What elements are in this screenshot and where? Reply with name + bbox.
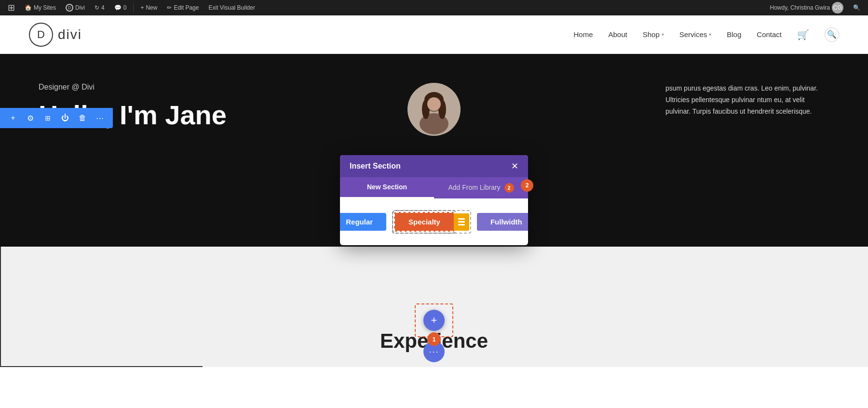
add-section-button[interactable]: + xyxy=(423,310,445,331)
admin-bar: ⊞ 🏠 My Sites D Divi ↻ 4 💬 0 + New ✏ Edit… xyxy=(0,0,868,15)
specialty-wrapper: Specialty xyxy=(392,210,471,234)
updates-count: 4 xyxy=(101,4,105,11)
howdy-item[interactable]: Howdy, Christina Gwira CG xyxy=(766,0,847,15)
tab-new-section[interactable]: New Section xyxy=(340,177,434,198)
wp-logo-item[interactable]: ⊞ xyxy=(4,0,19,15)
exit-vb-label: Exit Visual Builder xyxy=(208,4,255,11)
admin-bar-right: Howdy, Christina Gwira CG 🔍 xyxy=(766,0,864,15)
comments-item[interactable]: 💬 0 xyxy=(110,0,131,15)
more-icon-toolbar: ⋯ xyxy=(96,114,104,123)
experience-line xyxy=(0,247,203,367)
library-badge: 2 xyxy=(504,183,514,193)
plus-icon-add: + xyxy=(431,314,437,327)
user-avatar: CG xyxy=(832,2,843,13)
add-module-button[interactable]: + xyxy=(6,111,20,125)
pencil-icon: ✏ xyxy=(167,4,172,11)
new-section-tab-label: New Section xyxy=(367,183,407,191)
search-item[interactable]: 🔍 xyxy=(849,0,864,15)
new-item[interactable]: + New xyxy=(136,0,161,15)
edit-page-label: Edit Page xyxy=(174,4,199,11)
comments-count: 0 xyxy=(123,4,127,11)
add-from-library-tab-label: Add From Library xyxy=(448,184,500,191)
nav-shop-label: Shop xyxy=(643,30,660,39)
search-icon-nav[interactable]: 🔍 xyxy=(825,27,839,42)
nav-contact[interactable]: Contact xyxy=(757,30,782,39)
specialty-icon xyxy=(454,213,469,231)
logo-circle: D xyxy=(29,23,53,47)
comments-icon: 💬 xyxy=(114,4,122,11)
nav-home-label: Home xyxy=(573,30,593,39)
three-dots-icon: ··· xyxy=(429,347,439,356)
close-button[interactable]: ✕ xyxy=(511,162,518,171)
nav-shop[interactable]: Shop ▾ xyxy=(643,30,664,39)
specialty-section-button[interactable]: Specialty xyxy=(394,212,455,232)
nav-home[interactable]: Home xyxy=(573,30,593,39)
hero-avatar xyxy=(407,83,461,136)
chevron-down-icon: ▾ xyxy=(662,32,664,37)
tab-add-from-library[interactable]: Add From Library 2 xyxy=(434,177,528,198)
my-sites-item[interactable]: 🏠 My Sites xyxy=(21,0,60,15)
sites-icon: 🏠 xyxy=(25,4,32,11)
nav-services-label: Services xyxy=(679,30,707,39)
nav-about-label: About xyxy=(608,30,627,39)
search-icon: 🔍 xyxy=(853,4,860,11)
hero-paragraph: psum purus egestas diam cras. Leo enim, … xyxy=(665,83,829,117)
logo-letter: D xyxy=(37,28,45,41)
divi-item[interactable]: D Divi xyxy=(62,0,89,15)
exit-vb-item[interactable]: Exit Visual Builder xyxy=(204,0,259,15)
divi-logo-icon: D xyxy=(66,4,73,12)
nav-blog-label: Blog xyxy=(727,30,741,39)
layout-button[interactable]: ⊞ xyxy=(41,111,55,125)
nav-contact-label: Contact xyxy=(757,30,782,39)
chevron-down-icon-2: ▾ xyxy=(709,32,711,37)
logo-text: divi xyxy=(58,27,82,42)
plus-icon-toolbar: + xyxy=(11,114,15,122)
wp-icon: ⊞ xyxy=(8,2,15,13)
site-logo[interactable]: D divi xyxy=(29,23,82,47)
fullwidth-section-button[interactable]: Fullwidth xyxy=(477,213,528,231)
icon-bar-1 xyxy=(458,218,465,220)
below-hero-section: Experience + 1 ··· xyxy=(0,247,868,367)
delete-button[interactable]: 🗑 xyxy=(75,111,90,125)
new-label: New xyxy=(146,4,157,11)
nav-about[interactable]: About xyxy=(608,30,627,39)
nav-blog[interactable]: Blog xyxy=(727,30,741,39)
site-nav: Home About Shop ▾ Services ▾ Blog Contac… xyxy=(573,27,839,42)
main-wrapper: D divi Home About Shop ▾ Services ▾ Blog xyxy=(0,15,868,367)
modal-body: Regular Specialty Fullwidth xyxy=(340,198,528,245)
modal-tabs: New Section Add From Library 2 xyxy=(340,177,528,198)
edit-page-item[interactable]: ✏ Edit Page xyxy=(163,0,203,15)
nav-services[interactable]: Services ▾ xyxy=(679,30,712,39)
page-content: + ⚙ ⊞ ⏻ 🗑 ⋯ Designer @ Divi Hello, I'm J… xyxy=(0,54,868,367)
badge-1: 1 xyxy=(427,332,441,346)
badge-2: 2 xyxy=(521,179,533,192)
howdy-label: Howdy, Christina Gwira xyxy=(770,4,830,11)
updates-item[interactable]: ↻ 4 xyxy=(91,0,108,15)
power-button[interactable]: ⏻ xyxy=(58,111,72,125)
trash-icon-toolbar: 🗑 xyxy=(79,114,86,122)
icon-bar-2 xyxy=(458,221,465,223)
site-header: D divi Home About Shop ▾ Services ▾ Blog xyxy=(0,15,868,54)
hero-body-text: psum purus egestas diam cras. Leo enim, … xyxy=(665,83,829,117)
insert-section-modal: Insert Section ✕ New Section Add From Li… xyxy=(340,155,528,245)
svg-point-6 xyxy=(427,97,441,111)
more-options-button[interactable]: ⋯ xyxy=(93,111,107,125)
my-sites-label: My Sites xyxy=(34,4,56,11)
updates-icon: ↻ xyxy=(95,4,99,11)
modal-header: Insert Section ✕ xyxy=(340,155,528,177)
regular-section-button[interactable]: Regular xyxy=(340,213,386,231)
cart-icon[interactable]: 🛒 xyxy=(797,29,809,40)
modal-title: Insert Section xyxy=(350,162,401,171)
layout-icon-toolbar: ⊞ xyxy=(45,114,51,122)
divi-label: Divi xyxy=(75,4,85,11)
settings-button[interactable]: ⚙ xyxy=(23,111,38,125)
settings-icon-toolbar: ⚙ xyxy=(27,114,34,123)
specialty-icon-inner xyxy=(458,218,465,225)
power-icon-toolbar: ⏻ xyxy=(61,114,69,122)
plus-icon: + xyxy=(140,4,144,11)
divider-1 xyxy=(133,3,134,12)
builder-toolbar: + ⚙ ⊞ ⏻ 🗑 ⋯ xyxy=(0,108,113,128)
icon-bar-3 xyxy=(458,224,465,225)
